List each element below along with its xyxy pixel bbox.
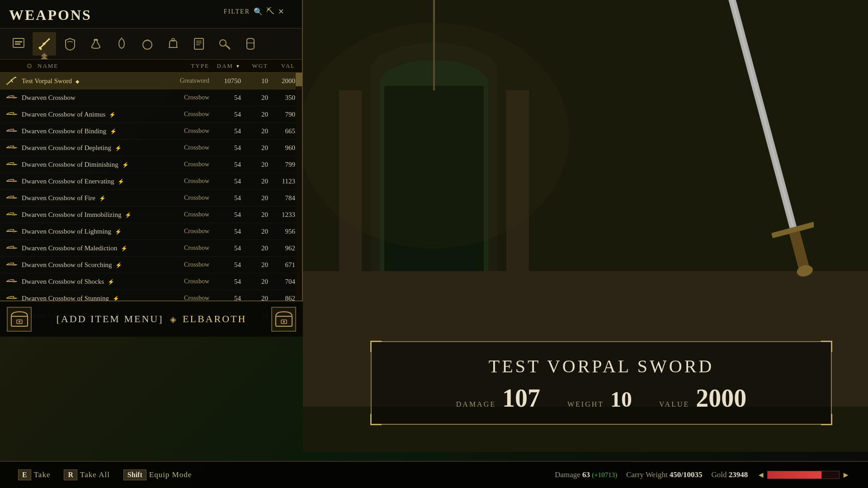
category-keys[interactable] — [213, 32, 236, 56]
col-header-wgt[interactable]: WGT — [241, 62, 268, 70]
item-weight: 20 — [241, 194, 268, 202]
item-damage: 54 — [209, 161, 241, 169]
item-row[interactable]: Dwarven Crossbow of Scorching ⚡ Crossbow… — [0, 257, 302, 273]
sword-display — [723, 0, 814, 296]
search-filter-icon[interactable]: 🔍 — [254, 7, 263, 16]
item-name: Dwarven Crossbow of Binding ⚡ — [22, 127, 164, 135]
damage-stat: DAMAGE 107 — [456, 384, 540, 413]
item-type-text: Crossbow — [164, 144, 209, 151]
item-row[interactable]: Dwarven Crossbow of Depleting ⚡ Crossbow… — [0, 140, 302, 156]
item-detail-panel: TEST VORPAL SWORD DAMAGE 107 WEIGHT 10 V… — [371, 341, 832, 425]
item-name: Dwarven Crossbow of Depleting ⚡ — [22, 144, 164, 152]
item-damage: 54 — [209, 111, 241, 118]
enchant-icon: ⚡ — [109, 112, 116, 118]
item-value: 350 — [268, 94, 295, 102]
item-weight: 20 — [241, 261, 268, 269]
item-list: Test Vorpal Sword ◆ Greatsword 10750 10 … — [0, 73, 302, 324]
item-value: 962 — [268, 244, 295, 252]
enchant-icon: ⚡ — [115, 229, 122, 235]
item-name: Dwarven Crossbow of Lightning ⚡ — [22, 228, 164, 235]
item-damage: 54 — [209, 94, 241, 102]
item-row[interactable]: Dwarven Crossbow of Fire ⚡ Crossbow 54 2… — [0, 190, 302, 206]
corner-bl — [370, 414, 382, 425]
filter-label: FILTER — [224, 8, 250, 15]
category-food[interactable] — [136, 32, 159, 56]
svg-rect-31 — [194, 38, 203, 49]
item-row[interactable]: Dwarven Crossbow of Diminishing ⚡ Crossb… — [0, 156, 302, 173]
item-type-text: Crossbow — [164, 261, 209, 268]
item-type-text: Crossbow — [164, 161, 209, 168]
item-damage: 54 — [209, 228, 241, 235]
item-value: 1233 — [268, 211, 295, 219]
item-name: Dwarven Crossbow of Diminishing ⚡ — [22, 161, 164, 169]
category-misc[interactable] — [161, 32, 185, 56]
enchant-icon: ⚡ — [110, 128, 117, 135]
inventory-bottom-bar: [ADD ITEM MENU] ◈ ELBAROTH — [0, 300, 303, 337]
item-type-icon — [5, 192, 18, 204]
active-indicator — [41, 56, 48, 59]
item-type-text: Crossbow — [164, 244, 209, 252]
gold-status-label: Gold — [712, 470, 727, 479]
item-name: Dwarven Crossbow — [22, 94, 164, 102]
health-left-arrow: ◄ — [757, 470, 765, 480]
select-all-indicator[interactable] — [27, 64, 32, 68]
item-row[interactable]: Dwarven Crossbow Crossbow 54 20 350 — [0, 89, 302, 106]
enchant-icon: ⚡ — [125, 212, 132, 218]
value-label: VALUE — [659, 400, 689, 408]
item-type-text: Crossbow — [164, 178, 209, 185]
svg-rect-17 — [13, 38, 24, 47]
item-type-text: Greatsword — [164, 77, 209, 84]
item-row[interactable]: Dwarven Crossbow of Enervating ⚡ Crossbo… — [0, 173, 302, 190]
item-type-icon — [5, 175, 18, 188]
col-header-val[interactable]: VAL — [268, 62, 295, 70]
col-header-name[interactable]: NAME — [38, 62, 164, 70]
item-type-icon — [5, 91, 18, 104]
item-value: 960 — [268, 144, 295, 152]
item-row[interactable]: Dwarven Crossbow of Shocks ⚡ Crossbow 54… — [0, 273, 302, 290]
health-bar — [767, 471, 840, 479]
item-type-icon — [5, 108, 18, 121]
scrollbar[interactable] — [296, 73, 302, 324]
category-weapons[interactable] — [33, 32, 56, 56]
item-row[interactable]: Dwarven Crossbow of Binding ⚡ Crossbow 5… — [0, 123, 302, 140]
item-row[interactable]: Dwarven Crossbow of Malediction ⚡ Crossb… — [0, 240, 302, 257]
item-name: Dwarven Crossbow of Scorching ⚡ — [22, 261, 164, 269]
svg-line-40 — [7, 77, 15, 84]
svg-point-28 — [143, 40, 152, 49]
item-damage: 54 — [209, 261, 241, 269]
item-type-text: Crossbow — [164, 111, 209, 118]
category-gold[interactable] — [239, 32, 262, 56]
scrollbar-thumb[interactable] — [296, 73, 302, 86]
svg-rect-18 — [15, 41, 22, 42]
item-value: 704 — [268, 278, 295, 286]
compass-icon: ◈ — [170, 315, 179, 324]
tools-filter-icon[interactable]: ⛏ — [266, 7, 274, 16]
take-all-keybind: R Take All — [64, 469, 109, 480]
item-damage: 10750 — [209, 77, 241, 85]
category-all[interactable] — [7, 32, 30, 56]
category-armor[interactable] — [58, 32, 82, 56]
item-row[interactable]: Test Vorpal Sword ◆ Greatsword 10750 10 … — [0, 73, 302, 89]
damage-status: Damage 63 (+10713) — [555, 470, 617, 479]
category-books[interactable] — [187, 32, 211, 56]
col-header-dam: DAM ▼ — [209, 62, 241, 70]
item-weight: 20 — [241, 244, 268, 252]
item-row[interactable]: Dwarven Crossbow of Lightning ⚡ Crossbow… — [0, 223, 302, 240]
item-row[interactable]: Dwarven Crossbow of Animus ⚡ Crossbow 54… — [0, 106, 302, 123]
item-type-text: Crossbow — [164, 194, 209, 202]
category-potions[interactable] — [84, 32, 108, 56]
col-header-type[interactable]: TYPE — [164, 62, 209, 70]
value-stat: VALUE 2000 — [659, 384, 746, 413]
item-damage: 54 — [209, 211, 241, 219]
category-ingredients[interactable] — [110, 32, 133, 56]
carry-status: Carry Weight 450/10035 — [626, 470, 702, 479]
corner-br — [821, 414, 832, 425]
close-filter-icon[interactable]: ✕ — [278, 7, 284, 16]
item-type-icon — [5, 275, 18, 288]
item-type-icon — [5, 225, 18, 238]
item-row[interactable]: Dwarven Crossbow of Immobilizing ⚡ Cross… — [0, 206, 302, 223]
item-type-text: Crossbow — [164, 228, 209, 235]
item-damage: 54 — [209, 244, 241, 252]
menu-title-area: [ADD ITEM MENU] ◈ ELBAROTH — [38, 313, 264, 325]
item-name: Dwarven Crossbow of Malediction ⚡ — [22, 244, 164, 252]
